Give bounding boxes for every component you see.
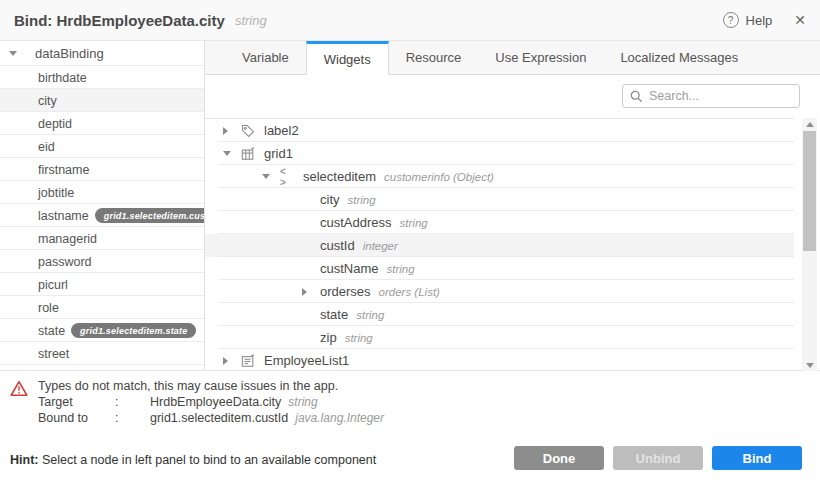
scrollbar[interactable] <box>802 118 817 371</box>
sidebar-item-picurl[interactable]: picurl <box>0 273 204 296</box>
colon: : <box>115 394 150 410</box>
sidebar-item-label: deptid <box>38 117 72 131</box>
sidebar-item-state[interactable]: stategrid1.selecteditem.state <box>0 319 204 342</box>
tab-localized-messages[interactable]: Localized Messages <box>603 41 755 74</box>
bind-dialog: Bind: HrdbEmployeeData.city string ? Hel… <box>0 0 820 488</box>
done-button[interactable]: Done <box>514 446 604 470</box>
sidebar-item-label: state <box>38 324 65 338</box>
sidebar-item-street[interactable]: street <box>0 342 204 365</box>
tree-node-custname[interactable]: custNamestring <box>205 257 794 280</box>
tree-node-label: orderses <box>320 284 371 299</box>
sidebar-item-role[interactable]: role <box>0 296 204 319</box>
bind-button[interactable]: Bind <box>712 446 802 470</box>
tree-node-label: selecteditem <box>303 169 376 184</box>
tree-node-zip[interactable]: zipstring <box>205 326 794 349</box>
search-input[interactable] <box>649 89 792 103</box>
binding-badge: grid1.selecteditem.custName <box>95 208 205 223</box>
hint-label: Hint: <box>10 453 38 467</box>
source-panel: VariableWidgetsResourceUse ExpressionLoc… <box>205 41 820 370</box>
tree-node-label: state <box>320 307 348 322</box>
warning-message: Types do not match, this may cause issue… <box>38 378 384 394</box>
bound-to-value: grid1.selecteditem.custId <box>150 410 288 426</box>
tree-node-type: integer <box>363 240 398 252</box>
warning-icon <box>10 380 28 397</box>
sidebar-item-birthdate[interactable]: birthdate <box>0 66 204 89</box>
sidebar-item-lastname[interactable]: lastnamegrid1.selecteditem.custName <box>0 204 204 227</box>
close-icon[interactable]: ✕ <box>794 12 806 28</box>
tree-node-type: customerinfo (Object) <box>384 171 494 183</box>
tree-node-custaddress[interactable]: custAddressstring <box>205 211 794 234</box>
caret-right-icon[interactable] <box>302 288 320 296</box>
sidebar-item-deptid[interactable]: deptid <box>0 112 204 135</box>
sidebar-item-label: eid <box>38 140 55 154</box>
tree-node-state[interactable]: statestring <box>205 303 794 326</box>
tree-node-type: string <box>356 309 384 321</box>
dialog-title-type: string <box>235 13 267 28</box>
sidebar-item-tenantid[interactable]: tenantid <box>0 365 204 370</box>
tab-content: label2grid1< >selecteditemcustomerinfo (… <box>205 75 820 370</box>
tree-node-label: zip <box>320 330 337 345</box>
warning-bound-row: Bound to : grid1.selecteditem.custId jav… <box>38 410 384 426</box>
search-box[interactable] <box>622 84 800 108</box>
search-icon <box>630 90 643 103</box>
tree-node-employeelist1[interactable]: EmployeeList1 <box>205 349 794 372</box>
binding-badge: grid1.selecteditem.state <box>71 323 196 338</box>
tab-bar: VariableWidgetsResourceUse ExpressionLoc… <box>205 41 820 75</box>
caret-down-icon[interactable] <box>9 51 27 56</box>
warning-text-block: Types do not match, this may cause issue… <box>38 378 384 429</box>
hint-text: Hint: Select a node in left panel to bin… <box>10 453 376 467</box>
sidebar-item-dataBinding[interactable]: dataBinding <box>0 41 204 65</box>
sidebar-item-label: firstname <box>38 163 89 177</box>
tree-node-type: orders (List) <box>379 286 440 298</box>
tree-node-custid[interactable]: custIdinteger <box>205 234 794 257</box>
scroll-down-icon[interactable] <box>802 359 817 371</box>
scrollbar-thumb[interactable] <box>803 131 816 251</box>
sidebar-item-label: city <box>38 94 57 108</box>
sidebar-item-jobtitle[interactable]: jobtitle <box>0 181 204 204</box>
caret-right-icon[interactable] <box>223 127 241 135</box>
tree-node-type: string <box>400 217 428 229</box>
sidebar-item-label: picurl <box>38 278 68 292</box>
sidebar-item-city[interactable]: city <box>0 89 204 112</box>
sidebar-list: birthdatecitydeptideidfirstnamejobtitlel… <box>0 65 204 370</box>
help-icon[interactable]: ? <box>723 12 739 28</box>
caret-down-icon[interactable] <box>262 174 280 179</box>
widgets-tree: label2grid1< >selecteditemcustomerinfo (… <box>205 118 794 372</box>
tree-node-label2[interactable]: label2 <box>205 119 794 142</box>
target-tree-panel: dataBinding birthdatecitydeptideidfirstn… <box>0 41 205 370</box>
sidebar-item-label: jobtitle <box>38 186 74 200</box>
sidebar-item-label: managerid <box>38 232 97 246</box>
sidebar-item-label: tenantid <box>38 370 82 371</box>
help-button[interactable]: Help <box>746 13 773 28</box>
target-type: string <box>288 394 317 410</box>
caret-down-icon[interactable] <box>223 151 241 156</box>
sidebar-item-firstname[interactable]: firstname <box>0 158 204 181</box>
sidebar-item-eid[interactable]: eid <box>0 135 204 158</box>
tree-node-type: string <box>387 263 415 275</box>
tree-node-grid1[interactable]: grid1 <box>205 142 794 165</box>
list-icon <box>241 354 257 368</box>
tree-node-orderses[interactable]: ordersesorders (List) <box>205 280 794 303</box>
sidebar-root-label: dataBinding <box>35 46 104 61</box>
tree-node-selecteditem[interactable]: < >selecteditemcustomerinfo (Object) <box>205 165 794 188</box>
dialog-body: dataBinding birthdatecitydeptideidfirstn… <box>0 41 820 371</box>
sidebar-item-managerid[interactable]: managerid <box>0 227 204 250</box>
tag-icon <box>241 124 257 138</box>
footer-buttons: DoneUnbindBind <box>514 446 802 470</box>
unbind-button[interactable]: Unbind <box>613 446 703 470</box>
sidebar-item-label: birthdate <box>38 71 87 85</box>
tab-resource[interactable]: Resource <box>389 41 479 74</box>
dialog-title: Bind: HrdbEmployeeData.city <box>14 12 225 29</box>
tab-use-expression[interactable]: Use Expression <box>478 41 603 74</box>
tree-node-label: label2 <box>264 123 299 138</box>
angle-brackets-icon: < > <box>280 166 296 188</box>
tree-node-city[interactable]: citystring <box>205 188 794 211</box>
tab-widgets[interactable]: Widgets <box>306 41 389 75</box>
type-mismatch-warning: Types do not match, this may cause issue… <box>0 371 820 429</box>
target-label: Target <box>38 394 115 410</box>
scroll-up-icon[interactable] <box>802 118 817 130</box>
bound-to-type: java.lang.Integer <box>295 410 384 426</box>
caret-right-icon[interactable] <box>223 357 241 365</box>
sidebar-item-password[interactable]: password <box>0 250 204 273</box>
tab-variable[interactable]: Variable <box>225 41 306 74</box>
